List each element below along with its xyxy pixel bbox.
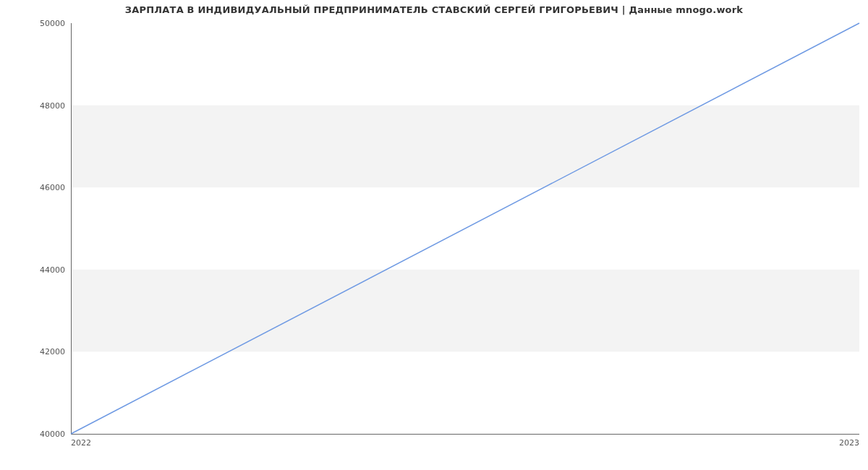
y-tick-label: 44000: [40, 265, 65, 275]
y-tick-label: 40000: [40, 430, 65, 439]
x-tick-label: 2022: [71, 438, 91, 448]
y-tick-label: 46000: [40, 183, 65, 192]
y-tick-label: 48000: [40, 101, 65, 111]
grid-band: [71, 270, 859, 352]
chart-svg: 40000420004400046000480005000020222023: [0, 0, 868, 470]
x-tick-label: 2023: [839, 438, 859, 448]
grid-band: [71, 106, 859, 188]
y-tick-label: 42000: [40, 347, 65, 356]
chart-container: ЗАРПЛАТА В ИНДИВИДУАЛЬНЫЙ ПРЕДПРИНИМАТЕЛ…: [0, 0, 868, 470]
y-tick-label: 50000: [40, 19, 65, 28]
